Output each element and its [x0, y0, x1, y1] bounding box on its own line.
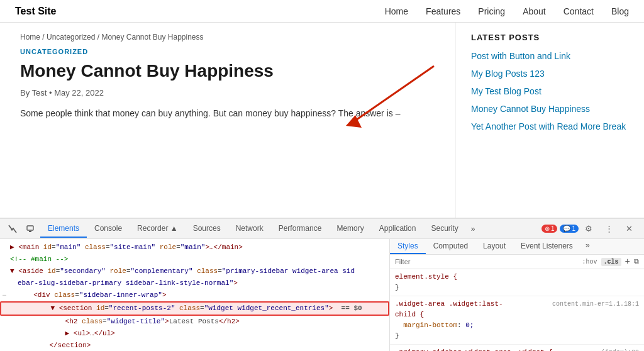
nav-about[interactable]: About: [523, 6, 546, 16]
devtools-toolbar: Elements Console Recorder ▲ Sources Netw…: [0, 219, 644, 239]
svg-point-2: [11, 228, 13, 230]
message-count: 1: [572, 225, 575, 232]
error-count: 1: [551, 225, 555, 232]
styles-tab-styles[interactable]: Styles: [390, 239, 426, 254]
filter-pseudo[interactable]: :hov: [582, 259, 597, 265]
filter-plus-icon[interactable]: +: [625, 257, 630, 267]
style-rule-primary-sidebar: .primary-sidebar.widget-area .widget { (…: [390, 345, 644, 351]
nav-pricing[interactable]: Pricing: [478, 6, 505, 16]
post-title: Money Cannot Buy Happiness: [20, 60, 435, 82]
tab-console[interactable]: Console: [87, 220, 130, 238]
nav-links: Home Features Pricing About Contact Blog: [385, 6, 629, 16]
sidebar-heading: LATEST POSTS: [471, 33, 629, 42]
message-badge: 💬 1: [560, 225, 579, 233]
style-rule-widget-last: .widget-area .widget:last- content.min-e…: [390, 296, 644, 345]
breadcrumb: Home / Uncategorized / Money Cannot Buy …: [20, 33, 435, 42]
devtools-right-icons: ⊗ 1 💬 1 ⚙ ⋮ ✕: [541, 221, 639, 237]
elem-line-section-highlighted[interactable]: ▼ <section id="recent-posts-2" class="wi…: [0, 301, 389, 316]
elem-line-div-inner[interactable]: <div class="sidebar-inner-wrap">: [0, 289, 389, 301]
devtools-panel: Elements Console Recorder ▲ Sources Netw…: [0, 218, 644, 351]
svg-rect-4: [29, 231, 31, 232]
elem-line-ul[interactable]: ▶ <ul>…</ul>: [0, 328, 389, 340]
styles-tab-event-listeners[interactable]: Event Listeners: [513, 239, 580, 254]
elem-line-section-close: </section>: [0, 340, 389, 351]
styles-tab-computed[interactable]: Computed: [426, 239, 475, 254]
filter-bar: :hov .cls + ⧉: [390, 255, 644, 269]
nav-features[interactable]: Features: [426, 6, 460, 16]
breadcrumb-category[interactable]: Uncategorized: [47, 33, 95, 42]
devtools-body: … ▶ <main id="main" class="site-main" ro…: [0, 239, 644, 351]
sidebar-post-3[interactable]: My Test Blog Post: [471, 86, 629, 96]
elem-line-comment-main: <!-- #main -->: [0, 254, 389, 265]
more-options-icon[interactable]: ⋮: [601, 221, 616, 237]
tab-memory[interactable]: Memory: [329, 220, 371, 238]
post-sep: •: [49, 88, 54, 98]
sidebar-post-1[interactable]: Post with Button and Link: [471, 51, 629, 61]
tab-performance[interactable]: Performance: [271, 220, 330, 238]
breadcrumb-post: Money Cannot Buy Happiness: [101, 33, 203, 42]
post-author: By Test: [20, 88, 47, 98]
tab-security[interactable]: Security: [423, 220, 465, 238]
device-icon[interactable]: [23, 221, 38, 237]
styles-more-tabs[interactable]: »: [580, 239, 595, 254]
error-badge: ⊗ 1: [541, 225, 558, 233]
style-rule-element: element.style { }: [390, 269, 644, 296]
nav-blog[interactable]: Blog: [611, 6, 629, 16]
message-icon: 💬: [563, 225, 570, 232]
elem-line-aside-class: ebar-slug-sidebar-primary sidebar-link-s…: [0, 277, 389, 289]
filter-cls[interactable]: .cls: [601, 258, 621, 266]
site-title[interactable]: Test Site: [15, 6, 57, 17]
nav-home[interactable]: Home: [385, 6, 408, 16]
elements-panel: … ▶ <main id="main" class="site-main" ro…: [0, 239, 390, 351]
post-meta: By Test • May 22, 2022: [20, 88, 435, 98]
elem-line-main[interactable]: ▶ <main id="main" class="site-main" role…: [0, 242, 389, 254]
tab-elements[interactable]: Elements: [40, 220, 87, 238]
settings-icon[interactable]: ⚙: [581, 221, 596, 237]
content-area: Home / Uncategorized / Money Cannot Buy …: [0, 23, 644, 218]
elem-line-h2[interactable]: <h2 class="widget-title">Latest Posts</h…: [0, 316, 389, 328]
error-icon: ⊗: [545, 225, 550, 232]
tab-recorder[interactable]: Recorder ▲: [130, 220, 186, 238]
breadcrumb-home[interactable]: Home: [20, 33, 40, 42]
sidebar: LATEST POSTS Post with Button and Link M…: [455, 23, 644, 218]
close-devtools-button[interactable]: ✕: [621, 221, 636, 237]
sidebar-post-5[interactable]: Yet Another Post with Read More Break: [471, 121, 629, 131]
sidebar-post-4[interactable]: Money Cannot Buy Happiness: [471, 104, 629, 114]
nav-contact[interactable]: Contact: [564, 6, 594, 16]
inspect-icon[interactable]: [5, 221, 20, 237]
main-content: Home / Uncategorized / Money Cannot Buy …: [0, 23, 455, 218]
category-label[interactable]: UNCATEGORIZED: [20, 48, 435, 55]
filter-box-icon[interactable]: ⧉: [634, 258, 639, 265]
styles-tabs: Styles Computed Layout Event Listeners »: [390, 239, 644, 255]
styles-tab-layout[interactable]: Layout: [475, 239, 513, 254]
collapsed-indicator: …: [3, 291, 6, 298]
tab-network[interactable]: Network: [228, 220, 271, 238]
filter-input[interactable]: [395, 258, 579, 265]
sidebar-post-2[interactable]: My Blog Posts 123: [471, 69, 629, 79]
top-nav: Test Site Home Features Pricing About Co…: [0, 0, 644, 23]
elem-line-aside-open[interactable]: ▼ <aside id="secondary" role="complement…: [0, 265, 389, 277]
post-excerpt: Some people think that money can buy any…: [20, 106, 435, 120]
svg-rect-3: [27, 226, 33, 230]
post-date: May 22, 2022: [54, 88, 104, 98]
tab-sources[interactable]: Sources: [186, 220, 228, 238]
styles-panel: Styles Computed Layout Event Listeners »…: [390, 239, 644, 351]
more-tabs-icon[interactable]: »: [466, 221, 480, 237]
tab-application[interactable]: Application: [372, 220, 424, 238]
